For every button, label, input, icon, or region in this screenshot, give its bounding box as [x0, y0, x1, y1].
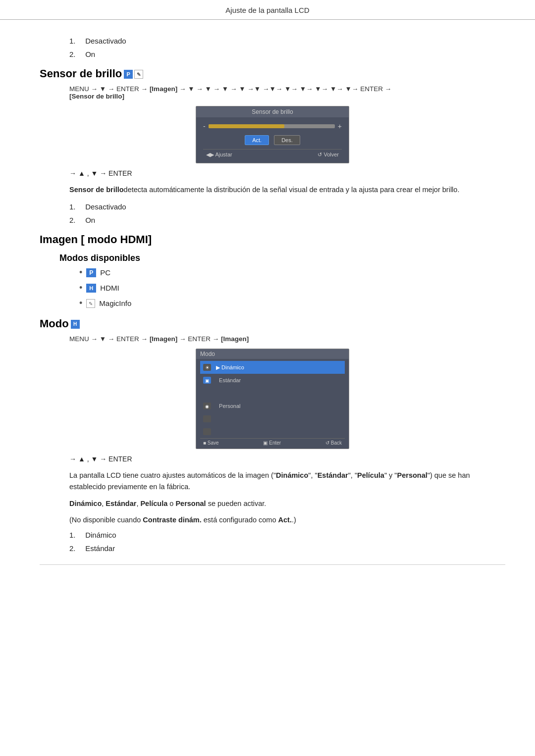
nav-enter: ▣ Enter	[263, 440, 281, 446]
act-button[interactable]: Act.	[245, 135, 269, 145]
sensor-brillo-list: 1. Desactivado 2. On	[69, 202, 505, 224]
edit-badge-icon: ✎	[134, 70, 143, 79]
modo-list-item-1: 1. Dinámico	[69, 531, 505, 539]
bottom-divider	[40, 564, 505, 565]
empty1-icon	[202, 388, 212, 398]
modo-desc3: (No disponible cuando Contraste dinám. e…	[69, 514, 476, 526]
intro-list-item-1: 1. Desactivado	[69, 37, 505, 45]
magic-icon: ✎	[86, 299, 95, 308]
slider-fill	[209, 124, 284, 128]
modo-row-empty1	[200, 387, 345, 400]
des-button[interactable]: Des.	[274, 135, 300, 145]
modo-menu-path: MENU → ▼ → ENTER → [Imagen] → ENTER → [I…	[69, 335, 505, 343]
modo-heading: ModoH	[40, 317, 505, 330]
intro-list-item-2: 2. On	[69, 50, 505, 58]
desc-pelicula: Película	[357, 471, 384, 479]
desc-personal: Personal	[397, 471, 428, 479]
nav-back: ↺ Back	[325, 440, 342, 446]
modo-row-empty3	[200, 425, 345, 438]
modo-arrow-nav: → ▲ , ▼ → ENTER	[69, 455, 505, 463]
modo-h-icon: H	[71, 320, 80, 329]
sensor-brillo-menu-path: MENU → ▼ → ENTER → [Imagen] → ▼ → ▼ → ▼ …	[69, 85, 505, 100]
sensor-brillo-list-item-2: 2. On	[69, 216, 505, 224]
modo-row-dinamico[interactable]: ☀ ▶ Dinámico	[200, 361, 345, 374]
dinamico-icon: ☀	[202, 362, 212, 372]
modo-desc2: Dinámico, Estándar, Película o Personal …	[69, 498, 476, 509]
sensor-brillo-screenshot: Sensor de brillo - + Act. Des. ◀▶ Ajusta…	[196, 106, 349, 163]
bullet-3: •	[79, 298, 82, 308]
main-content: 1. Desactivado 2. On Sensor de brilloP✎ …	[0, 29, 535, 597]
svg-text:◉: ◉	[205, 404, 209, 409]
magic-label: MagicInfo	[99, 299, 131, 307]
pc-label: PC	[100, 268, 110, 277]
modos-list-item-pc: • P PC	[79, 267, 505, 278]
button-row: Act. Des.	[203, 135, 342, 145]
modo-screenshot-title: Modo	[196, 349, 349, 359]
slider-row: - +	[203, 122, 342, 130]
page-header: Ajuste de la pantalla LCD	[0, 0, 535, 20]
modos-list-item-magic: • ✎ MagicInfo	[79, 298, 505, 308]
svg-rect-6	[203, 415, 211, 422]
modo-list-item-2: 2. Estándar	[69, 544, 505, 553]
bullet-2: •	[79, 283, 82, 293]
svg-rect-7	[203, 428, 211, 435]
sensor-brillo-list-item-1: 1. Desactivado	[69, 202, 505, 211]
hdmi-icon: H	[86, 284, 96, 293]
screenshot-nav-row: ◀▶ Ajustar ↺ Volver	[203, 149, 342, 159]
nav-ajustar: ◀▶ Ajustar	[206, 151, 232, 158]
svg-text:▣: ▣	[205, 378, 210, 383]
nav-volver: ↺ Volver	[318, 151, 339, 158]
imagen-hdmi-heading: Imagen [ modo HDMI]	[40, 233, 505, 246]
p-badge-icon: P	[124, 70, 133, 79]
sensor-brillo-heading: Sensor de brilloP✎	[40, 67, 505, 80]
page-title: Ajuste de la pantalla LCD	[225, 6, 309, 14]
modo-nav-row: ■ Save ▣ Enter ↺ Back	[200, 438, 345, 447]
modo-row-estandar[interactable]: ▣ Estándar	[200, 374, 345, 387]
modos-list: • P PC • H HDMI • ✎ MagicInfo	[79, 267, 505, 308]
modos-list-item-hdmi: • H HDMI	[79, 283, 505, 293]
modo-row-personal[interactable]: ◉ Personal	[200, 400, 345, 412]
screenshot-title: Sensor de brillo	[196, 106, 349, 117]
desc-bold: Sensor de brillo	[69, 186, 124, 194]
desc-dinamico: Dinámico	[276, 471, 308, 479]
intro-list: 1. Desactivado 2. On	[69, 37, 505, 58]
sensor-brillo-description: Sensor de brillodetecta automáticamente …	[69, 184, 476, 196]
desc-estandar: Estándar	[318, 471, 348, 479]
modo-screenshot: Modo ☀ ▶ Dinámico ▣ Estándar ◉	[196, 349, 349, 449]
modo-desc: La pantalla LCD tiene cuatro ajustes aut…	[69, 470, 476, 493]
empty2-icon	[202, 414, 212, 424]
modo-screenshot-content: ☀ ▶ Dinámico ▣ Estándar ◉ Personal	[196, 359, 349, 449]
personal-icon: ◉	[202, 401, 212, 411]
slider-track[interactable]	[209, 124, 335, 128]
pc-icon: P	[86, 268, 96, 277]
nav-save: ■ Save	[203, 440, 219, 446]
modo-row-empty2	[200, 412, 345, 425]
svg-text:☀: ☀	[205, 365, 210, 370]
slider-minus: -	[203, 122, 206, 130]
sensor-brillo-arrow-nav: → ▲ , ▼ → ENTER	[69, 169, 505, 177]
modo-list: 1. Dinámico 2. Estándar	[69, 531, 505, 553]
estandar-icon: ▣	[202, 375, 212, 385]
screenshot-content: - + Act. Des. ◀▶ Ajustar ↺ Volver	[196, 117, 349, 163]
modos-disponibles-heading: Modos disponibles	[59, 253, 505, 263]
slider-plus: +	[338, 122, 342, 130]
hdmi-label: HDMI	[100, 284, 119, 292]
bullet-1: •	[79, 267, 82, 278]
empty3-icon	[202, 427, 212, 437]
